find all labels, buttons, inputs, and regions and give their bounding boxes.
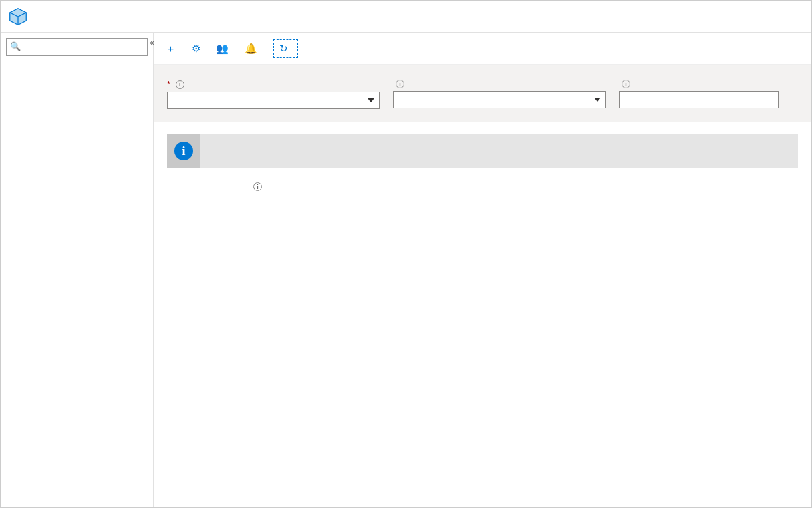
- toolbar: ＋ ⚙ 👥 🔔 ↻: [154, 33, 811, 65]
- page-header: [1, 1, 811, 33]
- required-asterisk: *: [167, 80, 170, 89]
- info-icon[interactable]: i: [622, 80, 630, 88]
- gear-icon: ⚙: [192, 43, 200, 55]
- bell-icon: 🔔: [245, 43, 257, 55]
- plus-icon: ＋: [166, 43, 176, 55]
- info-icon[interactable]: i: [253, 182, 262, 191]
- search-icon: 🔍: [10, 41, 21, 51]
- people-icon: 👥: [216, 43, 229, 55]
- resource-input[interactable]: [619, 91, 779, 108]
- new-alert-rule-button[interactable]: ＋: [166, 43, 180, 55]
- table-header: [167, 204, 798, 215]
- manage-alert-rules-button[interactable]: ⚙: [192, 43, 204, 55]
- subscription-select[interactable]: [167, 92, 380, 109]
- refresh-button[interactable]: ↻: [273, 39, 298, 58]
- main-content: ＋ ⚙ 👥 🔔 ↻ * i i i: [154, 33, 811, 507]
- search-input[interactable]: [6, 38, 148, 56]
- severity-table: [167, 204, 798, 215]
- stat-smart-groups[interactable]: i: [251, 182, 262, 191]
- stats-row: i: [154, 168, 811, 197]
- resource-group-select[interactable]: [393, 91, 606, 108]
- info-icon[interactable]: i: [396, 80, 404, 88]
- cube-logo-icon: [9, 7, 27, 26]
- info-banner: i: [167, 134, 798, 168]
- info-circle-icon: i: [174, 142, 193, 160]
- view-classic-alerts-button[interactable]: 🔔: [245, 43, 261, 55]
- refresh-icon: ↻: [279, 43, 288, 55]
- manage-action-groups-button[interactable]: 👥: [216, 43, 233, 55]
- info-icon[interactable]: i: [176, 80, 184, 89]
- filter-bar: * i i i: [154, 65, 811, 122]
- sidebar: « 🔍: [1, 33, 154, 507]
